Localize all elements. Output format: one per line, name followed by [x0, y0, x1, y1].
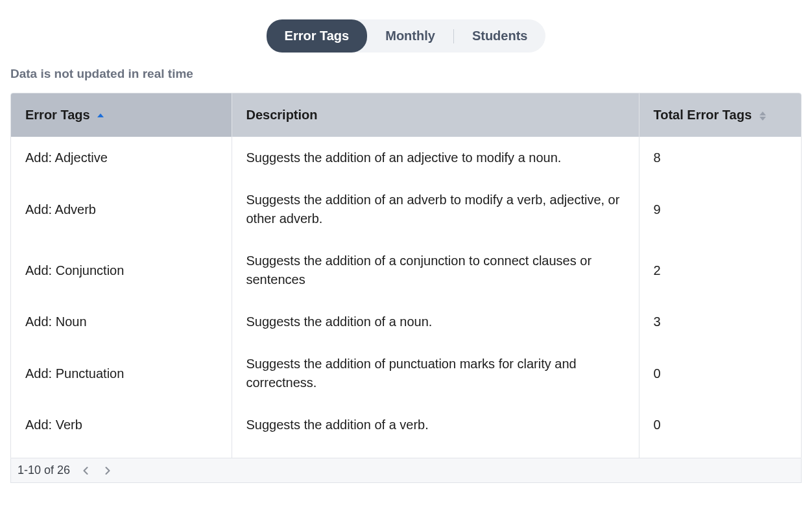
cell-desc: Suggests the addition of an adverb to mo… — [232, 179, 639, 240]
cell-total: 0 — [639, 343, 801, 404]
cell-desc: Suggests the addition of a noun. — [232, 301, 639, 343]
tabs-bar: Error Tags Monthly Students — [0, 0, 812, 64]
pagination-bar: 1-10 of 26 — [10, 458, 802, 483]
cell-desc: Suggests the addition of a verb. — [232, 404, 639, 446]
cell-desc: Suggests the addition of punctuation mar… — [232, 343, 639, 404]
table-row: Add: Adverb Suggests the addition of an … — [11, 179, 801, 240]
tab-monthly[interactable]: Monthly — [367, 19, 453, 53]
cell-tag: Add: Punctuation — [11, 343, 232, 404]
prev-page-button[interactable] — [79, 464, 92, 477]
sort-icon — [759, 112, 766, 121]
realtime-notice: Data is not updated in real time — [0, 64, 812, 93]
tab-error-tags[interactable]: Error Tags — [267, 19, 368, 53]
cell-desc: Suggests the addition of a specific verb… — [232, 446, 639, 458]
col-header-label: Error Tags — [25, 108, 90, 122]
cell-total: 2 — [639, 240, 801, 301]
cell-tag: Add: Adverb — [11, 179, 232, 240]
cell-tag: Add: Noun — [11, 301, 232, 343]
page-range: 1-10 of 26 — [18, 464, 70, 477]
chevron-left-icon — [79, 464, 92, 477]
col-header-total[interactable]: Total Error Tags — [639, 93, 801, 137]
next-page-button[interactable] — [101, 464, 114, 477]
cell-total: 0 — [639, 446, 801, 458]
table-row: Add: Punctuation Suggests the addition o… — [11, 343, 801, 404]
tab-students[interactable]: Students — [454, 19, 546, 53]
error-tags-table: Error Tags Description Total Error Tags … — [10, 93, 802, 458]
cell-tag: Add: Verb Form — [11, 446, 232, 458]
sort-icon — [97, 113, 104, 119]
table-row: Add: Verb Form Suggests the addition of … — [11, 446, 801, 458]
cell-desc: Suggests the addition of an adjective to… — [232, 137, 639, 179]
table-row: Add: Verb Suggests the addition of a ver… — [11, 404, 801, 446]
table-row: Add: Noun Suggests the addition of a nou… — [11, 301, 801, 343]
cell-tag: Add: Verb — [11, 404, 232, 446]
cell-total: 8 — [639, 137, 801, 179]
col-header-label: Total Error Tags — [654, 108, 752, 122]
col-header-label: Description — [246, 108, 318, 122]
table-row: Add: Conjunction Suggests the addition o… — [11, 240, 801, 301]
chevron-right-icon — [101, 464, 114, 477]
cell-tag: Add: Conjunction — [11, 240, 232, 301]
col-header-description[interactable]: Description — [232, 93, 639, 137]
cell-total: 3 — [639, 301, 801, 343]
table-row: Add: Adjective Suggests the addition of … — [11, 137, 801, 179]
cell-total: 9 — [639, 179, 801, 240]
cell-desc: Suggests the addition of a conjunction t… — [232, 240, 639, 301]
cell-tag: Add: Adjective — [11, 137, 232, 179]
cell-total: 0 — [639, 404, 801, 446]
col-header-error-tags[interactable]: Error Tags — [11, 93, 232, 137]
